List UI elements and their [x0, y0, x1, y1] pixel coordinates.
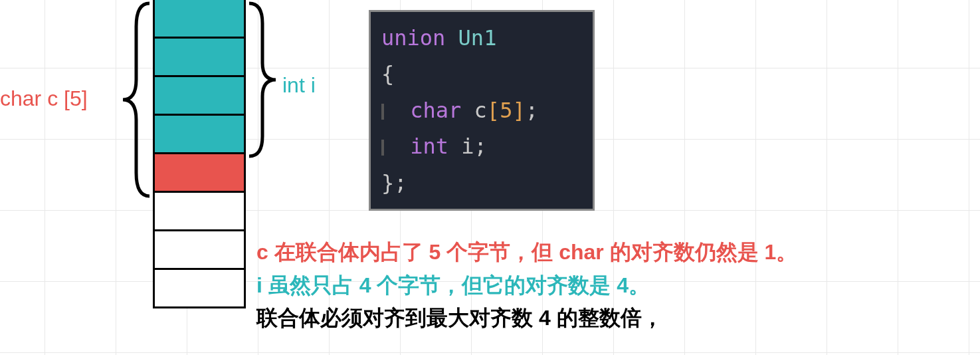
- memory-cell: [153, 152, 246, 193]
- code-bracket: [: [487, 98, 500, 123]
- code-semi: ;: [474, 134, 487, 159]
- code-snippet: union Un1 { char c[5]; int i; };: [369, 10, 595, 211]
- memory-cell: [153, 75, 246, 116]
- code-type: int: [410, 134, 448, 159]
- memory-cell: [153, 191, 246, 231]
- label-int-i: int i: [282, 73, 316, 98]
- code-number: 5: [500, 98, 512, 123]
- memory-stack: [153, 0, 246, 308]
- memory-cell: [153, 0, 246, 39]
- memory-cell: [153, 37, 246, 77]
- cursor-mark-icon: [381, 104, 384, 120]
- code-type: char: [410, 98, 461, 123]
- explain-line-1: c 在联合体内占了 5 个字节，但 char 的对齐数仍然是 1。: [256, 236, 797, 269]
- explain-line-2: i 虽然只占 4 个字节，但它的对齐数是 4。: [256, 269, 797, 302]
- explain-line-3: 联合体必须对齐到最大对齐数 4 的整数倍，: [256, 302, 797, 335]
- brace-left-icon: [120, 0, 153, 199]
- code-brace: {: [381, 61, 394, 86]
- memory-cell: [153, 268, 246, 308]
- code-identifier: c: [474, 98, 487, 123]
- explanation-text: c 在联合体内占了 5 个字节，但 char 的对齐数仍然是 1。 i 虽然只占…: [256, 236, 797, 335]
- label-char-c: char c [5]: [0, 86, 88, 111]
- code-typename: Un1: [458, 25, 497, 51]
- brace-right-icon: [246, 0, 279, 160]
- code-keyword: union: [381, 25, 445, 51]
- code-semi: ;: [526, 98, 538, 123]
- code-identifier: i: [461, 134, 474, 159]
- code-semi: ;: [394, 170, 407, 195]
- code-bracket: ]: [512, 98, 525, 123]
- code-brace: }: [381, 170, 394, 195]
- cursor-mark-icon: [381, 140, 384, 156]
- memory-cell: [153, 114, 246, 154]
- memory-cell: [153, 229, 246, 270]
